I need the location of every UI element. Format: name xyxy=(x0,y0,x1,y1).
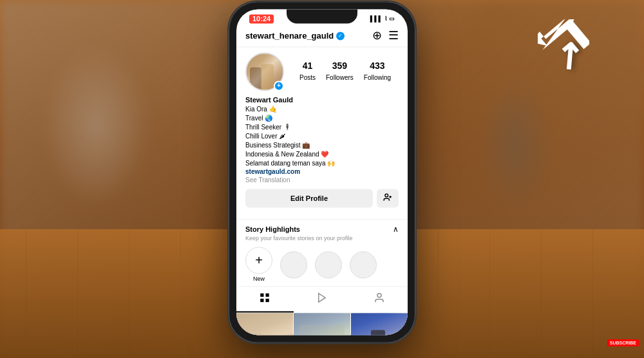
highlight-new-label: New xyxy=(253,276,265,282)
posts-label: Posts xyxy=(299,74,316,81)
bio-link[interactable]: stewartgauld.com xyxy=(245,168,399,175)
followers-count: 359 xyxy=(326,61,354,71)
status-icons: ▌▌▌ ⌇ ▭ xyxy=(370,15,395,22)
see-translation[interactable]: See Translation xyxy=(245,176,399,184)
highlights-subtitle: Keep your favourite stories on your prof… xyxy=(245,235,399,241)
highlight-circle-1 xyxy=(280,251,307,278)
bio-line-2: Travel 🌏 xyxy=(245,114,399,123)
bio-line-1: Kia Ora 🤙 xyxy=(245,105,399,114)
photo-cell-1[interactable] xyxy=(236,313,293,335)
youtube-subscribe-badge[interactable]: SUBSCRIBE xyxy=(607,339,639,346)
phone: 10:24 ▌▌▌ ⌇ ▭ stewart_henare_gauld ✓ ⊕ ☰ xyxy=(229,1,415,343)
photo-inner-3 xyxy=(351,313,408,335)
highlight-circle-2 xyxy=(315,251,342,278)
following-count: 433 xyxy=(364,61,391,71)
svg-rect-8 xyxy=(266,299,269,302)
bio-line-5: Business Strategist 💼 xyxy=(245,141,399,150)
bio-line-6: Indonesia & New Zealand ❤️ xyxy=(245,150,399,159)
phone-notch xyxy=(287,9,357,23)
bio-line-7: Selamat datang teman saya 🙌 xyxy=(245,159,399,168)
highlight-circle-3 xyxy=(350,251,377,278)
stats-row: 41 Posts 359 Followers 433 Following xyxy=(292,61,399,82)
highlight-new-plus-icon: + xyxy=(255,254,263,267)
photo-cell-2[interactable] xyxy=(294,313,350,335)
photo-cell-3[interactable] xyxy=(351,313,408,335)
phone-wrapper: 10:24 ▌▌▌ ⌇ ▭ stewart_henare_gauld ✓ ⊕ ☰ xyxy=(229,1,415,343)
ig-header-icons: ⊕ ☰ xyxy=(372,28,399,42)
svg-point-10 xyxy=(377,294,381,297)
svg-marker-9 xyxy=(319,294,326,303)
wifi-icon: ⌇ xyxy=(384,15,387,22)
bio-line-3: Thrill Seeker 🕴 xyxy=(245,123,399,132)
action-buttons: Edit Profile xyxy=(245,189,399,207)
following-stat[interactable]: 433 Following xyxy=(364,61,391,82)
tab-bar xyxy=(236,286,408,313)
add-story-button[interactable]: + xyxy=(274,80,284,91)
tab-reels[interactable] xyxy=(294,287,351,312)
svg-rect-5 xyxy=(261,294,264,297)
highlight-2[interactable] xyxy=(315,251,342,278)
following-label: Following xyxy=(364,74,391,81)
verified-badge: ✓ xyxy=(336,32,345,40)
add-person-button[interactable] xyxy=(377,189,399,207)
svg-point-2 xyxy=(385,194,388,197)
profile-top: + 41 Posts 359 Followers 433 xyxy=(245,52,399,91)
signal-icon: ▌▌▌ xyxy=(370,15,383,22)
phone-screen: 10:24 ▌▌▌ ⌇ ▭ stewart_henare_gauld ✓ ⊕ ☰ xyxy=(236,9,408,335)
ig-username: stewart_henare_gauld xyxy=(245,31,334,41)
highlights-chevron[interactable]: ∧ xyxy=(393,225,399,234)
followers-stat[interactable]: 359 Followers xyxy=(326,61,354,82)
menu-icon[interactable]: ☰ xyxy=(388,28,399,42)
highlight-new-circle: + xyxy=(245,247,272,274)
highlights-title: Story Highlights xyxy=(245,225,300,233)
profile-section: + 41 Posts 359 Followers 433 xyxy=(236,47,408,219)
highlights-row: + New xyxy=(245,247,399,282)
svg-rect-7 xyxy=(261,299,264,302)
tab-grid[interactable] xyxy=(236,287,294,312)
bio-line-4: Chilli Lover 🌶 xyxy=(245,132,399,141)
svg-rect-6 xyxy=(266,294,269,297)
posts-count: 41 xyxy=(299,61,316,71)
add-content-icon[interactable]: ⊕ xyxy=(372,28,382,42)
photo-grid xyxy=(236,313,408,335)
tab-tagged[interactable] xyxy=(350,287,408,312)
battery-icon: ▭ xyxy=(389,15,395,22)
ig-header: stewart_henare_gauld ✓ ⊕ ☰ xyxy=(236,26,408,47)
edit-profile-button[interactable]: Edit Profile xyxy=(245,189,373,207)
photo-inner-1 xyxy=(236,313,293,335)
highlights-header: Story Highlights ∧ xyxy=(245,225,399,234)
display-name: Stewart Gauld xyxy=(245,96,399,104)
highlight-1[interactable] xyxy=(280,251,307,278)
highlight-new[interactable]: + New xyxy=(245,247,272,282)
avatar-wrapper: + xyxy=(245,52,284,91)
photo-inner-2 xyxy=(294,313,350,335)
highlight-3[interactable] xyxy=(350,251,377,278)
highlights-section: Story Highlights ∧ Keep your favourite s… xyxy=(236,219,408,286)
followers-label: Followers xyxy=(326,74,354,81)
bio: Stewart Gauld Kia Ora 🤙 Travel 🌏 Thrill … xyxy=(245,96,399,184)
posts-stat: 41 Posts xyxy=(299,61,316,82)
status-time: 10:24 xyxy=(249,14,274,23)
